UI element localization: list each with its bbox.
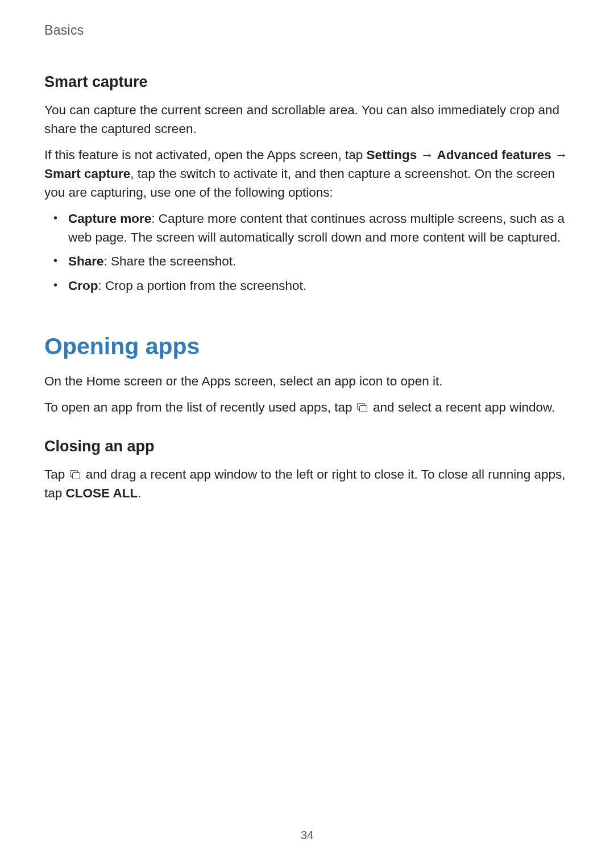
close-all-label: CLOSE ALL xyxy=(66,486,138,500)
option-term: Crop xyxy=(68,279,98,293)
smart-capture-intro: You can capture the current screen and s… xyxy=(44,101,570,138)
advanced-features-label: Advanced features xyxy=(437,148,551,162)
text-fragment: and select a recent app window. xyxy=(370,400,555,414)
settings-label: Settings xyxy=(367,148,417,162)
option-desc: : Crop a portion from the screenshot. xyxy=(98,279,306,293)
option-term: Capture more xyxy=(68,211,151,226)
arrow-icon: → xyxy=(551,148,568,162)
closing-app-p1: Tap and drag a recent app window to the … xyxy=(44,466,570,502)
opening-apps-p1: On the Home screen or the Apps screen, s… xyxy=(44,372,570,391)
list-item: Crop: Crop a portion from the screenshot… xyxy=(44,277,570,296)
recent-apps-icon xyxy=(70,470,81,480)
list-item: Share: Share the screenshot. xyxy=(44,252,570,271)
option-term: Share xyxy=(68,254,104,268)
smart-capture-activate: If this feature is not activated, open t… xyxy=(44,146,570,202)
text-fragment: If this feature is not activated, open t… xyxy=(44,148,367,162)
page-number: 34 xyxy=(0,829,614,842)
list-item: Capture more: Capture more content that … xyxy=(44,210,570,247)
heading-closing-app: Closing an app xyxy=(44,438,570,455)
text-fragment: Tap xyxy=(44,467,69,481)
smart-capture-options: Capture more: Capture more content that … xyxy=(44,210,570,296)
opening-apps-p2: To open an app from the list of recently… xyxy=(44,398,570,417)
recent-apps-icon xyxy=(357,403,368,413)
arrow-icon: → xyxy=(417,148,437,162)
heading-opening-apps: Opening apps xyxy=(44,333,570,360)
heading-smart-capture: Smart capture xyxy=(44,73,570,91)
manual-page: Basics Smart capture You can capture the… xyxy=(0,0,614,868)
section-header: Basics xyxy=(44,23,570,38)
smart-capture-label: Smart capture xyxy=(44,167,130,181)
option-desc: : Share the screenshot. xyxy=(104,254,237,268)
text-fragment: . xyxy=(138,486,141,500)
text-fragment: To open an app from the list of recently… xyxy=(44,400,356,414)
